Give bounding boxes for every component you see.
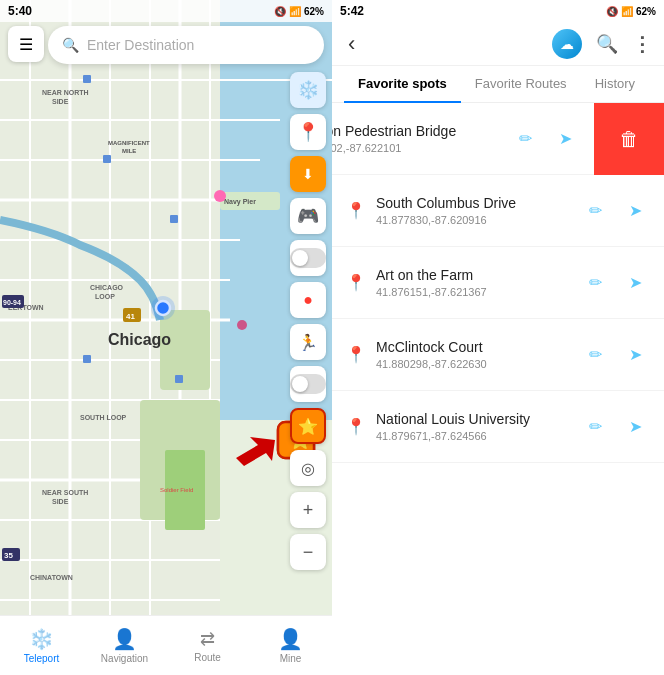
jump-icon: 🏃 — [298, 333, 318, 352]
edit-icon-1: ✏ — [519, 129, 532, 148]
navigate-button-3[interactable]: ➤ — [620, 268, 650, 298]
nav-teleport[interactable]: ❄️ Teleport — [0, 616, 83, 675]
battery-left: 62% — [304, 6, 324, 17]
nav-route[interactable]: ⇄ Route — [166, 616, 249, 675]
edit-button-2[interactable]: ✏ — [580, 196, 610, 226]
record-button[interactable]: ● — [290, 282, 326, 318]
edit-button-4[interactable]: ✏ — [580, 340, 610, 370]
navigate-icon-4: ➤ — [629, 345, 642, 364]
svg-point-54 — [237, 320, 247, 330]
hamburger-button[interactable]: ☰ — [8, 26, 44, 62]
toggle-1[interactable] — [290, 240, 326, 276]
edit-icon-2: ✏ — [589, 201, 602, 220]
pin-icon-4: 📍 — [346, 345, 366, 364]
gps-button[interactable]: ◎ — [290, 450, 326, 486]
nav-navigation[interactable]: 👤 Navigation — [83, 616, 166, 675]
search-button[interactable]: 🔍 — [596, 33, 618, 55]
top-bar: ‹ ☁ 🔍 ⋮ — [332, 22, 664, 66]
map-panel: 5:40 🔇 📶 62% — [0, 0, 332, 675]
status-icons-left: 🔇 📶 62% — [274, 6, 324, 17]
edit-icon-4: ✏ — [589, 345, 602, 364]
arrow-down-icon: ⬇ — [302, 166, 314, 182]
svg-text:Navy Pier: Navy Pier — [224, 198, 256, 206]
edit-button-3[interactable]: ✏ — [580, 268, 610, 298]
top-bar-actions: ☁ 🔍 ⋮ — [552, 29, 652, 59]
spot-item-5: 📍 National Louis University 41.879671,-8… — [332, 391, 664, 463]
spot-item-1: 📍 rrison Pedestrian Bridge 874102,-87.62… — [332, 103, 594, 175]
bottom-navigation: ❄️ Teleport 👤 Navigation ⇄ Route 👤 Mine — [0, 615, 332, 675]
svg-text:35: 35 — [4, 551, 13, 560]
delete-button-1[interactable]: 🗑 — [594, 103, 664, 175]
edit-button-1[interactable]: ✏ — [510, 124, 540, 154]
spot-actions-5: ✏ ➤ — [580, 412, 650, 442]
spot-info-5: National Louis University 41.879671,-87.… — [376, 411, 580, 442]
svg-text:NEAR NORTH: NEAR NORTH — [42, 89, 89, 96]
nav-teleport-label: Teleport — [24, 653, 60, 664]
spot-name-3: Art on the Farm — [376, 267, 580, 283]
spot-info-4: McClintock Court 41.880298,-87.622630 — [376, 339, 580, 370]
tab-history[interactable]: History — [581, 66, 649, 103]
svg-rect-51 — [83, 355, 91, 363]
status-icons-right: 🔇 📶 62% — [606, 6, 656, 17]
time-left: 5:40 — [8, 4, 32, 18]
snowflake-icon: ❄️ — [297, 79, 319, 101]
record-icon: ● — [303, 291, 313, 309]
gamepad-button[interactable]: 🎮 — [290, 198, 326, 234]
hamburger-icon: ☰ — [19, 35, 33, 54]
svg-rect-22 — [160, 310, 210, 390]
zoom-in-button[interactable]: + — [290, 492, 326, 528]
toggle-2[interactable] — [290, 366, 326, 402]
spot-info-2: South Columbus Drive 41.877830,-87.62091… — [376, 195, 580, 226]
navigate-button-2[interactable]: ➤ — [620, 196, 650, 226]
navigate-icon-2: ➤ — [629, 201, 642, 220]
svg-text:LOOP: LOOP — [95, 293, 115, 300]
download-button[interactable]: ⬇ — [290, 156, 326, 192]
plus-icon: + — [303, 500, 314, 521]
edit-icon-5: ✏ — [589, 417, 602, 436]
spot-item-2: 📍 South Columbus Drive 41.877830,-87.620… — [332, 175, 664, 247]
star-button[interactable]: ⭐ — [290, 408, 326, 444]
search-placeholder: Enter Destination — [87, 37, 194, 53]
svg-rect-49 — [103, 155, 111, 163]
spot-actions-1: ✏ ➤ — [510, 124, 580, 154]
freeze-button[interactable]: ❄️ — [290, 72, 326, 108]
edit-button-5[interactable]: ✏ — [580, 412, 610, 442]
jump-button[interactable]: 🏃 — [290, 324, 326, 360]
spot-item-container-1: 📍 rrison Pedestrian Bridge 874102,-87.62… — [332, 103, 664, 175]
navigate-icon-3: ➤ — [629, 273, 642, 292]
navigate-button-4[interactable]: ➤ — [620, 340, 650, 370]
svg-text:Chicago: Chicago — [108, 331, 171, 348]
svg-marker-58 — [236, 437, 275, 466]
cloud-button[interactable]: ☁ — [552, 29, 582, 59]
status-bar-right: 5:42 🔇 📶 62% — [332, 0, 664, 22]
spot-coords-1: 874102,-87.622101 — [332, 142, 510, 154]
svg-text:SOUTH LOOP: SOUTH LOOP — [80, 414, 127, 421]
star-icon: ⭐ — [298, 417, 318, 436]
nav-mine-label: Mine — [280, 653, 302, 664]
svg-point-47 — [151, 296, 175, 320]
tab-favorite-spots[interactable]: Favorite spots — [344, 66, 461, 103]
pin-button[interactable]: 📍 — [290, 114, 326, 150]
back-button[interactable]: ‹ — [344, 27, 359, 61]
teleport-icon: ❄️ — [29, 627, 54, 651]
spot-name-5: National Louis University — [376, 411, 580, 427]
more-button[interactable]: ⋮ — [632, 32, 652, 56]
spot-item-3: 📍 Art on the Farm 41.876151,-87.621367 ✏… — [332, 247, 664, 319]
nav-mine[interactable]: 👤 Mine — [249, 616, 332, 675]
map-background: Chicago NEAR NORTH SIDE MAGNIFICENT MILE… — [0, 0, 332, 675]
svg-text:90-94: 90-94 — [3, 299, 21, 306]
pin-icon-3: 📍 — [346, 273, 366, 292]
svg-point-53 — [214, 190, 226, 202]
spot-coords-4: 41.880298,-87.622630 — [376, 358, 580, 370]
search-bar[interactable]: 🔍 Enter Destination — [48, 26, 324, 64]
svg-text:CHICAGO: CHICAGO — [90, 284, 124, 291]
zoom-out-button[interactable]: − — [290, 534, 326, 570]
nav-navigation-label: Navigation — [101, 653, 148, 664]
time-right: 5:42 — [340, 4, 364, 18]
navigate-icon-5: ➤ — [629, 417, 642, 436]
cloud-icon: ☁ — [560, 36, 574, 52]
tab-favorite-routes[interactable]: Favorite Routes — [461, 66, 581, 103]
navigate-button-1[interactable]: ➤ — [550, 124, 580, 154]
navigate-button-5[interactable]: ➤ — [620, 412, 650, 442]
spot-info-3: Art on the Farm 41.876151,-87.621367 — [376, 267, 580, 298]
